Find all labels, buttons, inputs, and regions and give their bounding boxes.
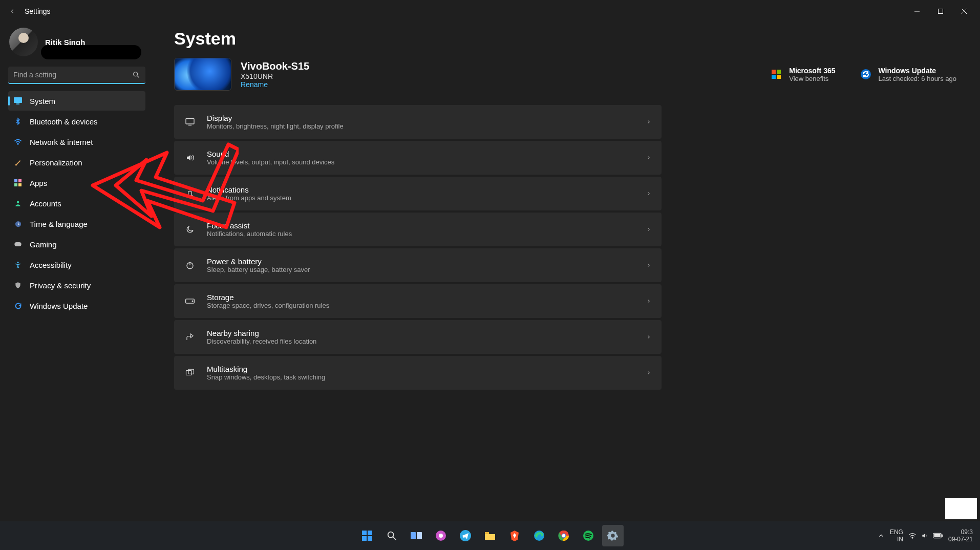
user-block[interactable]: Ritik Singh — [8, 26, 145, 64]
bluetooth-icon — [13, 117, 23, 126]
card-sub: Notifications, automatic rules — [207, 230, 292, 238]
svg-rect-4 — [14, 97, 22, 103]
close-button[interactable] — [952, 3, 976, 19]
taskview-button[interactable] — [406, 525, 427, 546]
rename-link[interactable]: Rename — [241, 80, 309, 89]
sidebar-item-time[interactable]: Time & language — [8, 214, 145, 234]
svg-rect-49 — [934, 534, 940, 537]
card-display[interactable]: DisplayMonitors, brightness, night light… — [174, 105, 662, 139]
sidebar-item-system[interactable]: System — [8, 91, 145, 111]
svg-rect-16 — [777, 70, 781, 74]
svg-point-25 — [192, 301, 193, 302]
search-button[interactable] — [381, 525, 402, 546]
sidebar-item-network[interactable]: Network & internet — [8, 132, 145, 152]
sidebar: Ritik Singh System Bluetooth & devices N… — [0, 23, 154, 528]
overlay-patch — [945, 498, 977, 519]
search-box[interactable] — [8, 67, 145, 84]
card-sound[interactable]: SoundVolume levels, output, input, sound… — [174, 141, 662, 175]
card-title: Notifications — [207, 185, 291, 194]
svg-point-6 — [17, 143, 18, 144]
chevron-right-icon — [646, 226, 651, 233]
taskbar-app-settings[interactable] — [602, 525, 624, 546]
language-indicator[interactable]: ENG IN — [890, 528, 903, 543]
display-icon — [184, 118, 196, 126]
clock-icon — [13, 219, 23, 228]
main-content: System VivoBook-S15 X510UNR Rename Micro… — [154, 23, 980, 528]
volume-tray-icon[interactable] — [921, 532, 929, 539]
minimize-button[interactable] — [905, 3, 929, 19]
card-focus[interactable]: Focus assistNotifications, automatic rul… — [174, 213, 662, 246]
card-nearby[interactable]: Nearby sharingDiscoverability, received … — [174, 320, 662, 354]
svg-rect-7 — [14, 179, 17, 182]
brush-icon — [13, 158, 23, 167]
bell-icon — [184, 188, 196, 199]
taskbar-app-telegram[interactable] — [455, 525, 476, 546]
card-title: Display — [207, 114, 344, 122]
tray-chevron-icon[interactable] — [878, 532, 885, 539]
sidebar-item-apps[interactable]: Apps — [8, 173, 145, 193]
card-multitasking[interactable]: MultitaskingSnap windows, desktops, task… — [174, 356, 662, 390]
search-input[interactable] — [8, 67, 145, 84]
quick-sub: Last checked: 6 hours ago — [879, 75, 957, 82]
sidebar-item-gaming[interactable]: Gaming — [8, 235, 145, 254]
shield-icon — [13, 281, 23, 290]
sidebar-item-bluetooth[interactable]: Bluetooth & devices — [8, 112, 145, 131]
taskbar-app-brave[interactable] — [504, 525, 525, 546]
taskbar-app-chrome[interactable] — [553, 525, 574, 546]
card-title: Power & battery — [207, 257, 310, 266]
card-sub: Sleep, battery usage, battery saver — [207, 266, 310, 273]
svg-point-47 — [912, 537, 913, 538]
svg-point-2 — [134, 72, 138, 76]
sidebar-item-label: Time & language — [30, 220, 88, 228]
taskbar-app-explorer[interactable] — [479, 525, 501, 546]
page-title: System — [174, 29, 956, 49]
card-power[interactable]: Power & batterySleep, battery usage, bat… — [174, 248, 662, 282]
svg-rect-15 — [772, 70, 776, 74]
quick-update[interactable]: Windows Update Last checked: 6 hours ago — [860, 67, 957, 82]
taskbar-app-spotify[interactable] — [578, 525, 599, 546]
svg-rect-40 — [485, 532, 489, 534]
card-notifications[interactable]: NotificationsAlerts from apps and system — [174, 177, 662, 210]
start-button[interactable] — [356, 525, 378, 546]
sidebar-item-accessibility[interactable]: Accessibility — [8, 255, 145, 274]
quick-m365[interactable]: Microsoft 365 View benefits — [771, 67, 835, 82]
svg-point-11 — [17, 201, 19, 203]
quick-title: Windows Update — [879, 67, 957, 75]
card-storage[interactable]: StorageStorage space, drives, configurat… — [174, 284, 662, 318]
person-icon — [13, 199, 23, 208]
svg-line-3 — [137, 76, 139, 77]
search-icon — [132, 71, 140, 79]
taskbar-app-1[interactable] — [430, 525, 452, 546]
taskbar-app-edge[interactable] — [528, 525, 550, 546]
device-thumbnail — [174, 58, 231, 91]
svg-rect-9 — [14, 183, 17, 186]
maximize-button[interactable] — [929, 3, 952, 19]
card-title: Nearby sharing — [207, 329, 316, 337]
card-title: Sound — [207, 150, 334, 158]
battery-tray-icon[interactable] — [933, 533, 943, 539]
m365-icon — [771, 69, 782, 80]
device-name: VivoBook-S15 — [241, 60, 309, 72]
sidebar-item-personalization[interactable]: Personalization — [8, 153, 145, 172]
sidebar-item-label: Personalization — [30, 158, 82, 167]
sidebar-item-label: Bluetooth & devices — [30, 117, 98, 126]
wifi-tray-icon[interactable] — [908, 532, 917, 539]
chevron-right-icon — [646, 154, 651, 161]
svg-rect-27 — [188, 369, 194, 374]
quick-sub: View benefits — [789, 75, 835, 82]
clock[interactable]: 09:3 09-07-21 — [948, 528, 973, 543]
multitask-icon — [184, 369, 196, 377]
sidebar-nav: System Bluetooth & devices Network & int… — [8, 91, 145, 315]
svg-rect-10 — [18, 183, 22, 186]
moon-icon — [184, 225, 196, 234]
sidebar-item-privacy[interactable]: Privacy & security — [8, 276, 145, 295]
svg-rect-31 — [362, 536, 367, 541]
sidebar-item-label: System — [30, 97, 55, 105]
sidebar-item-update[interactable]: Windows Update — [8, 296, 145, 315]
chevron-right-icon — [646, 369, 651, 376]
back-button[interactable] — [4, 3, 20, 19]
sidebar-item-accounts[interactable]: Accounts — [8, 194, 145, 213]
card-sub: Monitors, brightness, night light, displ… — [207, 122, 344, 130]
quick-title: Microsoft 365 — [789, 67, 835, 75]
apps-icon — [13, 178, 23, 187]
